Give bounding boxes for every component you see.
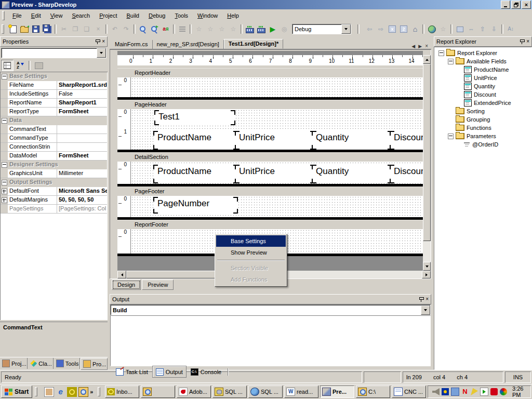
volume-icon[interactable]	[432, 388, 440, 395]
media-player-icon[interactable]	[480, 388, 488, 396]
home-button[interactable]: ⌂	[409, 23, 421, 35]
pin-icon[interactable]	[95, 39, 100, 45]
collapse-icon[interactable]	[2, 118, 7, 124]
taskbar-button-folder[interactable]	[141, 385, 175, 398]
collapse-icon[interactable]	[448, 59, 454, 64]
tab-output[interactable]: Output	[152, 366, 187, 378]
search-in-files-button[interactable]	[149, 23, 160, 35]
property-row[interactable]: DefaultFontMicrosoft Sans Ser	[1, 187, 107, 196]
report-field-pagenumber[interactable]: PageNumber	[153, 197, 238, 214]
menu-item[interactable]: Tools	[170, 11, 193, 20]
tab-mainform[interactable]: MainForm.cs	[111, 40, 153, 49]
reportheader-content[interactable]	[131, 77, 423, 97]
pageheader-content[interactable]: Test1 ProductName UnitPrice Quantity Dis…	[131, 109, 423, 150]
paste-button[interactable]: ❑	[81, 23, 92, 35]
taskbar-button-inbox[interactable]: Inbo...	[105, 385, 139, 398]
menu-item[interactable]: Help	[222, 11, 244, 20]
property-category[interactable]: Designer Settings	[1, 161, 107, 169]
scroll-down-button[interactable]	[423, 262, 431, 271]
menu-item[interactable]: Build	[122, 11, 144, 20]
title-bar[interactable]: Preview - SharpDevelop ×	[0, 0, 532, 9]
stop-button[interactable]: ◎	[278, 23, 290, 35]
web-browser-button[interactable]	[426, 23, 437, 35]
tree-node-extendedprice[interactable]: ExtendedPrice	[434, 99, 531, 107]
move-up-button[interactable]: ⇧	[477, 23, 488, 35]
quick-launch-overflow-icon[interactable]: »	[90, 389, 93, 395]
section-header-pagefooter[interactable]: PageFooter	[117, 187, 423, 196]
tree-node-functions[interactable]: Functions	[434, 124, 531, 132]
categorized-button[interactable]	[1, 60, 14, 71]
tree-node-quantity[interactable]: Quantity	[434, 82, 531, 90]
property-row[interactable]: DefaultMargins50, 50, 50, 50	[1, 196, 107, 205]
property-row[interactable]: CommandType	[1, 134, 107, 143]
scroll-up-button[interactable]	[423, 55, 431, 64]
taskbar-button-adobe[interactable]: Adob...	[177, 385, 211, 398]
taskbar-grip[interactable]	[35, 387, 37, 396]
close-document-icon[interactable]: ×	[425, 44, 428, 49]
restore-button[interactable]	[511, 1, 521, 9]
ati-icon[interactable]	[490, 388, 498, 395]
menu-item[interactable]: Search	[67, 11, 95, 20]
show-desktop-icon[interactable]	[44, 387, 54, 397]
tree-node-parameters[interactable]: Parameters	[434, 132, 531, 140]
property-row[interactable]: CommandText	[1, 125, 107, 134]
property-row[interactable]: FileNameSharpReport1.srd	[1, 81, 107, 90]
open-file-button[interactable]	[19, 23, 30, 35]
replace-button[interactable]: aя	[160, 23, 171, 35]
collapse-icon[interactable]	[2, 162, 7, 168]
scroll-tabs-right-icon[interactable]: ▶	[418, 44, 422, 49]
report-field-unitprice[interactable]: UnitPrice	[235, 131, 315, 150]
expand-icon[interactable]	[2, 189, 7, 194]
property-row[interactable]: ConnectionStrin	[1, 143, 107, 152]
scroll-tabs-left-icon[interactable]: ◀	[411, 44, 415, 49]
resize-width-button[interactable]: ⇔	[466, 23, 477, 35]
section-header-reportfooter[interactable]: ReportFooter	[117, 220, 423, 229]
nav-forward-button[interactable]: ⇨	[375, 23, 387, 35]
property-category[interactable]: Base Settings	[1, 72, 107, 81]
collapse-icon[interactable]	[2, 74, 7, 79]
property-category[interactable]: Output Settings	[1, 178, 107, 187]
radio-icon[interactable]	[442, 388, 449, 395]
taskbar-grip[interactable]	[98, 387, 100, 396]
nav-back-button[interactable]: ⇦	[364, 23, 375, 35]
tree-node-root[interactable]: Report Explorer	[434, 49, 531, 57]
delete-button[interactable]: ×	[92, 23, 104, 35]
record-macro-button[interactable]	[244, 23, 256, 35]
tree-node-discount[interactable]: Discount	[434, 90, 531, 99]
output-text-area[interactable]	[110, 315, 431, 366]
tree-node-grouping[interactable]: Grouping	[434, 115, 531, 124]
move-down-button[interactable]: ⇩	[488, 23, 500, 35]
outlook-icon[interactable]	[67, 387, 77, 397]
horizontal-scroll-track[interactable]	[283, 271, 422, 278]
prev-bookmark-button[interactable]: ☆	[205, 23, 216, 35]
menu-item[interactable]: Debug	[144, 11, 170, 20]
fullscreen-button[interactable]	[454, 23, 466, 35]
menu-grip[interactable]	[2, 11, 5, 20]
save-button[interactable]	[30, 23, 42, 35]
close-icon[interactable]: ×	[102, 39, 105, 44]
save-all-button[interactable]	[42, 23, 53, 35]
tab-task-list[interactable]: Task List	[113, 366, 151, 377]
report-field-discount[interactable]: Discount	[390, 165, 423, 183]
display-settings-icon[interactable]	[500, 388, 507, 395]
tree-node-sorting[interactable]: Sorting	[434, 107, 531, 115]
property-row[interactable]: IncludeSettingsFalse	[1, 90, 107, 99]
taskbar-button-sql1[interactable]: SQL ...	[212, 385, 247, 398]
minimize-button[interactable]	[501, 1, 510, 9]
run-button[interactable]: ▶	[267, 23, 278, 35]
clear-bookmarks-button[interactable]: ☆	[228, 23, 239, 35]
tree-node-available-fields[interactable]: Available Fields	[434, 57, 531, 65]
combo-dropdown-button[interactable]	[97, 48, 106, 58]
report-field-productname[interactable]: ProductName	[153, 165, 238, 183]
menu-item-show-preview[interactable]: Show Preview	[216, 247, 286, 258]
report-field-quantity[interactable]: Quantity	[312, 165, 392, 183]
search-button[interactable]	[137, 23, 149, 35]
tree-node-orderid[interactable]: @OrderID	[434, 140, 531, 149]
tab-properties[interactable]: Pro...	[81, 358, 108, 370]
internet-explorer-icon[interactable]: e	[56, 387, 65, 397]
pen-icon[interactable]	[471, 388, 478, 395]
new-file-button[interactable]	[7, 23, 19, 35]
comment-button[interactable]	[177, 23, 188, 35]
alphabetical-button[interactable]	[15, 60, 26, 71]
menu-item[interactable]: Window	[193, 11, 222, 20]
